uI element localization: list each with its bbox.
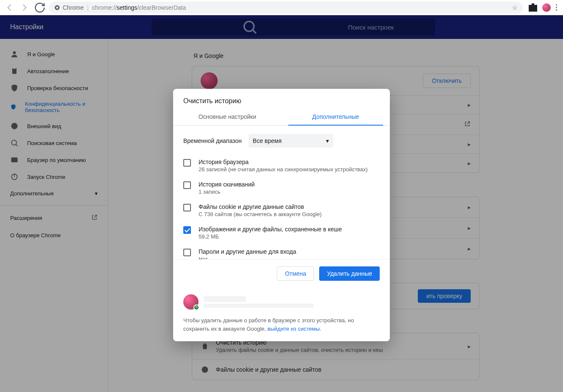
tab-advanced[interactable]: Дополнительные — [282, 108, 390, 125]
option-title: Изображения и другие файлы, сохраненные … — [199, 226, 342, 233]
clear-option-row[interactable]: Файлы cookie и другие данные сайтовС 738… — [173, 199, 390, 222]
site-label: Chrome — [63, 4, 84, 11]
checkbox[interactable] — [183, 226, 191, 234]
dialog-tabs: Основные настройки Дополнительные — [173, 108, 390, 126]
sign-out-link[interactable]: выйдите из системы — [268, 326, 320, 332]
forward-button[interactable] — [19, 2, 30, 14]
clear-option-row[interactable]: История скачиваний1 запись — [173, 177, 390, 199]
time-range-select[interactable]: Все время ▾ — [248, 134, 333, 148]
extensions-icon[interactable] — [529, 3, 537, 12]
checkbox[interactable] — [183, 204, 191, 211]
site-info-icon[interactable]: Chrome — [54, 4, 84, 11]
back-button[interactable] — [3, 2, 15, 14]
select-value: Все время — [253, 137, 282, 144]
option-subtitle: 59,2 МБ — [199, 233, 342, 240]
option-title: История браузера — [199, 159, 368, 165]
address-bar[interactable]: Chrome | chrome://settings/clearBrowserD… — [49, 2, 523, 14]
option-title: Пароли и другие данные для входа — [199, 248, 296, 255]
cancel-button[interactable]: Отмена — [277, 266, 314, 281]
chrome-menu-icon[interactable] — [556, 4, 557, 11]
footer-help-text: Чтобы удалить данные о работе в браузере… — [183, 316, 380, 333]
dialog-body[interactable]: Временной диапазон Все время ▾ История б… — [173, 126, 390, 259]
clear-data-button[interactable]: Удалить данные — [319, 266, 380, 281]
option-subtitle: 1 запись — [199, 189, 255, 195]
clear-option-row[interactable]: Пароли и другие данные для входаНет — [173, 244, 390, 259]
browser-toolbar: Chrome | chrome://settings/clearBrowserD… — [0, 0, 563, 15]
omnibox-divider: | — [87, 4, 89, 11]
footer-avatar — [183, 294, 199, 310]
checkbox[interactable] — [183, 181, 191, 189]
url-text: chrome://settings/clearBrowserData — [92, 4, 186, 11]
option-subtitle: 26 записей (не считая данных на синхрони… — [199, 166, 368, 173]
bookmark-star-icon[interactable]: ☆ — [512, 4, 518, 11]
option-subtitle: Нет — [199, 256, 296, 259]
clear-option-row[interactable]: История браузера26 записей (не считая да… — [173, 154, 390, 177]
option-subtitle: С 738 сайтов (вы останетесь в аккаунте G… — [199, 211, 322, 217]
option-title: Файлы cookie и другие данные сайтов — [199, 203, 322, 210]
dialog-footer: Чтобы удалить данные о работе в браузере… — [173, 288, 390, 341]
reload-button[interactable] — [34, 2, 46, 14]
option-title: История скачиваний — [199, 181, 255, 188]
profile-avatar-icon[interactable] — [542, 3, 551, 12]
clear-browsing-data-dialog: Очистить историю Основные настройки Допо… — [173, 89, 390, 341]
clear-option-row[interactable]: Изображения и другие файлы, сохраненные … — [173, 222, 390, 244]
checkbox[interactable] — [183, 159, 191, 167]
checkbox[interactable] — [183, 249, 191, 256]
sync-badge-icon — [193, 304, 199, 310]
tab-basic[interactable]: Основные настройки — [173, 108, 282, 125]
dialog-actions: Отмена Удалить данные — [173, 259, 390, 288]
dialog-title: Очистить историю — [173, 89, 390, 108]
dropdown-arrow-icon: ▾ — [326, 137, 329, 144]
time-range-label: Временной диапазон — [183, 137, 242, 144]
redacted-account-info — [204, 296, 314, 308]
svg-point-1 — [56, 6, 58, 8]
